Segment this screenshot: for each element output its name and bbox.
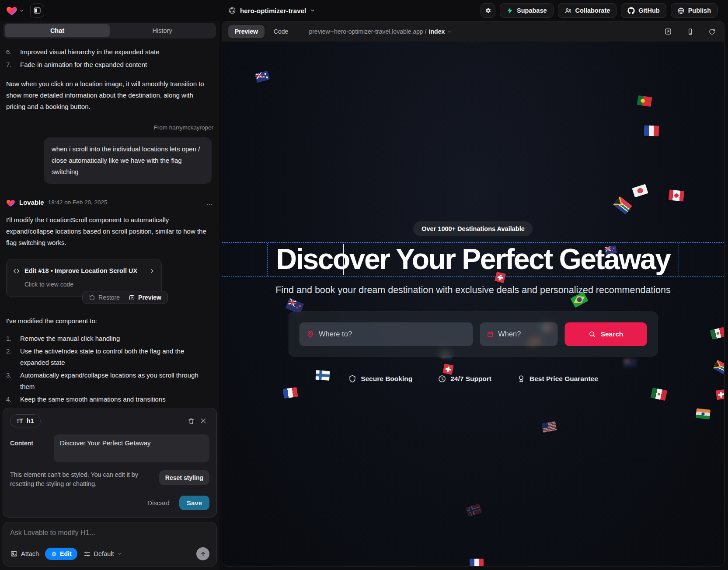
- list-item: 4.Keep the same smooth animations and tr…: [6, 394, 213, 404]
- discard-button[interactable]: Discard: [147, 499, 170, 507]
- supabase-label: Supabase: [517, 7, 547, 14]
- preview-toolbar: Preview Code preview--hero-optimizer-tra…: [222, 21, 724, 42]
- map-pin-icon: [307, 330, 314, 339]
- restore-preview-pill: Restore Preview: [82, 291, 168, 304]
- project-name: hero-optimizer-travel: [240, 7, 306, 14]
- globe-icon: [677, 7, 685, 14]
- chat-sidebar: Chat History 6.Improved visual hierarchy…: [0, 21, 219, 570]
- chat-scroll-area[interactable]: 6.Improved visual hierarchy in the expan…: [0, 41, 219, 404]
- preview-viewport: Over 1000+ Destinations Available Discov…: [222, 42, 724, 566]
- send-message-button[interactable]: [196, 547, 209, 560]
- assistant-name: Lovable: [19, 197, 44, 208]
- tab-preview[interactable]: Preview: [228, 25, 265, 38]
- target-icon: [51, 551, 57, 557]
- settings-button[interactable]: [481, 3, 495, 18]
- feature-item: Best Price Guarantee: [517, 374, 598, 383]
- save-button[interactable]: Save: [179, 496, 209, 510]
- feature-item: Secure Booking: [348, 374, 412, 383]
- from-label: From harrymckayroper: [6, 122, 213, 133]
- close-editor-button[interactable]: [197, 415, 209, 427]
- when-input[interactable]: [498, 330, 550, 338]
- refresh-icon: [708, 28, 716, 35]
- delete-element-button[interactable]: [185, 415, 197, 427]
- where-field[interactable]: [300, 322, 473, 346]
- list-item: 6.Improved visual hierarchy in the expan…: [6, 46, 213, 58]
- edit-card-wrapper: Edit #18 • Improve Location Scroll UX Cl…: [6, 259, 162, 297]
- content-label: Content: [10, 434, 54, 462]
- external-link-icon: [129, 294, 135, 301]
- reset-styling-button[interactable]: Reset styling: [159, 470, 209, 485]
- feature-item: 24/7 Support: [438, 374, 491, 383]
- when-field[interactable]: [480, 322, 558, 346]
- content-textarea[interactable]: Discover Your Perfect Getaway: [54, 434, 209, 462]
- url-host: preview--hero-optimizer-travel.lovable.a…: [309, 28, 426, 35]
- mobile-view-button[interactable]: [684, 25, 696, 38]
- search-button[interactable]: Search: [565, 322, 647, 346]
- search-card: Search: [289, 311, 658, 357]
- styling-note: This element can't be styled. You can ed…: [10, 470, 149, 489]
- collaborate-button[interactable]: Collaborate: [558, 3, 617, 18]
- user-message-bubble: when i scroll into the individual locati…: [44, 137, 212, 184]
- composer-input[interactable]: [10, 529, 209, 537]
- list-item: 7.Fade-in animation for the expanded con…: [6, 59, 213, 70]
- restore-icon: [89, 294, 95, 301]
- refresh-button[interactable]: [706, 25, 718, 38]
- lovable-logo-menu[interactable]: [6, 5, 24, 16]
- assistant-list-changes: 1.Remove the manual click handling2.Use …: [6, 333, 213, 404]
- globe-icon: [228, 7, 236, 14]
- award-icon: [517, 374, 526, 383]
- sliders-icon: [84, 550, 91, 558]
- chevron-right-icon: [149, 268, 155, 274]
- destinations-badge: Over 1000+ Destinations Available: [413, 221, 533, 236]
- lovable-heart-icon: [6, 199, 15, 207]
- tab-chat[interactable]: Chat: [5, 24, 110, 37]
- sidebar-toggle-button[interactable]: [30, 3, 44, 17]
- where-input[interactable]: [319, 330, 466, 338]
- hero-title[interactable]: Discover Your Perfect Getaway: [222, 242, 724, 277]
- panel-left-icon: [33, 7, 41, 14]
- model-default-selector[interactable]: Default: [84, 550, 122, 558]
- edit-mode-button[interactable]: Edit: [45, 548, 77, 560]
- calendar-icon: [487, 330, 494, 338]
- model-default-label: Default: [94, 550, 114, 557]
- element-tag-name: h1: [27, 417, 34, 424]
- clock-icon: [438, 374, 446, 383]
- supabase-bolt-icon: [506, 7, 513, 14]
- feature-label: 24/7 Support: [450, 375, 491, 383]
- url-page: index: [429, 28, 445, 35]
- lovable-app-window: hero-optimizer-travel Supabase Collabora…: [0, 0, 728, 570]
- message-timestamp: 18:42 on Feb 20, 2025: [48, 197, 108, 208]
- preview-url[interactable]: preview--hero-optimizer-travel.lovable.a…: [309, 28, 452, 35]
- restore-button[interactable]: Restore: [89, 292, 120, 303]
- assistant-paragraph: I'll modify the LocationScroll component…: [6, 214, 213, 248]
- chevron-down-icon: [310, 8, 315, 13]
- topbar-actions: Supabase Collaborate GitHub Publish: [481, 3, 718, 18]
- project-selector[interactable]: hero-optimizer-travel: [228, 7, 315, 14]
- shield-icon: [348, 374, 357, 383]
- message-menu-button[interactable]: …: [206, 197, 213, 208]
- tab-history[interactable]: History: [110, 24, 215, 37]
- edit-card-subtitle: Click to view code: [24, 279, 155, 290]
- chevron-down-icon: [19, 8, 24, 13]
- list-item: 2.Use the activeIndex state to control b…: [6, 346, 213, 368]
- tab-code[interactable]: Code: [267, 25, 295, 38]
- list-item: 1.Remove the manual click handling: [6, 333, 213, 344]
- publish-button[interactable]: Publish: [671, 3, 718, 18]
- preview-edit-button[interactable]: Preview: [129, 292, 161, 303]
- topbar: hero-optimizer-travel Supabase Collabora…: [0, 0, 728, 21]
- preview-panel: Preview Code preview--hero-optimizer-tra…: [222, 21, 725, 567]
- code-icon: [13, 267, 20, 275]
- attach-button[interactable]: Attach: [10, 550, 39, 558]
- github-icon: [627, 7, 635, 14]
- supabase-button[interactable]: Supabase: [500, 3, 554, 18]
- close-icon: [200, 417, 207, 424]
- hero-section: Over 1000+ Destinations Available Discov…: [222, 42, 724, 566]
- github-button[interactable]: GitHub: [621, 3, 666, 18]
- external-link-icon: [664, 28, 672, 35]
- assistant-header: Lovable 18:42 on Feb 20, 2025 …: [6, 197, 213, 208]
- element-tag-pill[interactable]: TT h1: [10, 414, 41, 427]
- feature-label: Best Price Guarantee: [529, 375, 598, 383]
- open-in-new-tab-button[interactable]: [662, 25, 674, 38]
- gear-icon: [484, 7, 492, 14]
- attach-label: Attach: [21, 550, 39, 557]
